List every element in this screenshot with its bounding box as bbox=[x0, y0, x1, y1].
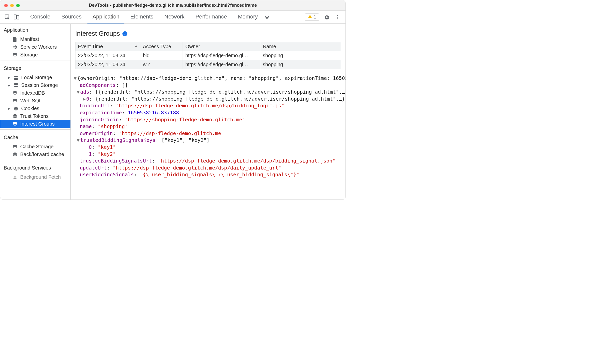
expand-arrow-icon[interactable]: ▶ bbox=[7, 83, 11, 87]
database-icon bbox=[12, 98, 18, 104]
tab-performance[interactable]: Performance bbox=[190, 11, 232, 23]
sidebar-item-cache-storage[interactable]: Cache Storage bbox=[0, 143, 70, 151]
collapse-toggle-icon[interactable]: ▼ bbox=[74, 75, 77, 82]
sidebar-section-application: Application bbox=[0, 24, 70, 35]
window-title: DevTools - publisher-fledge-demo.glitch.… bbox=[0, 3, 345, 8]
svg-rect-1 bbox=[14, 15, 16, 19]
svg-rect-11 bbox=[14, 83, 16, 85]
sidebar-item-indexeddb[interactable]: IndexedDB bbox=[0, 89, 70, 97]
val-tbsk-1: "key2" bbox=[98, 151, 116, 157]
collapse-toggle-icon[interactable]: ▼ bbox=[77, 89, 80, 96]
val-ads: [{renderUrl: "https://shopping-fledge-de… bbox=[95, 89, 345, 95]
table-row[interactable]: 22/03/2022, 11:03:24 win https://dsp-fle… bbox=[75, 60, 341, 69]
svg-point-4 bbox=[337, 17, 338, 18]
cookie-icon bbox=[13, 106, 19, 111]
collapse-toggle-icon[interactable]: ▼ bbox=[77, 137, 80, 144]
col-event-time[interactable]: Event Time▲ bbox=[75, 42, 140, 51]
val-ownerorigin: "https://dsp-fledge-demo.glitch.me" bbox=[119, 130, 224, 136]
cell-name: shopping bbox=[260, 51, 341, 60]
traffic-lights bbox=[0, 4, 20, 7]
sidebar-item-local-storage[interactable]: ▶ Local Storage bbox=[0, 74, 70, 81]
sidebar-item-interest-groups[interactable]: Interest Groups bbox=[0, 120, 70, 128]
val-userbiddingsignals: "{\"user_bidding_signals\":\"user_biddin… bbox=[140, 172, 299, 178]
inspect-element-icon[interactable] bbox=[4, 14, 11, 20]
sidebar-item-websql[interactable]: Web SQL bbox=[0, 97, 70, 105]
cell-time: 22/03/2022, 11:03:24 bbox=[75, 51, 140, 60]
sidebar-item-session-storage[interactable]: ▶ Session Storage bbox=[0, 81, 70, 89]
warnings-badge[interactable]: 1 bbox=[305, 13, 319, 21]
cell-name: shopping bbox=[260, 60, 341, 69]
svg-rect-10 bbox=[16, 78, 18, 80]
kebab-menu-icon[interactable] bbox=[334, 14, 341, 20]
gear-icon bbox=[12, 44, 18, 50]
col-name[interactable]: Name bbox=[260, 42, 341, 51]
tab-elements[interactable]: Elements bbox=[125, 11, 158, 23]
database-icon bbox=[12, 121, 18, 127]
sidebar-item-storage[interactable]: Storage bbox=[0, 51, 70, 59]
sidebar-item-bfcache[interactable]: Back/forward cache bbox=[0, 151, 70, 158]
info-icon[interactable]: i bbox=[122, 31, 127, 36]
close-window-icon[interactable] bbox=[4, 4, 8, 7]
database-icon bbox=[12, 52, 18, 58]
database-icon bbox=[12, 144, 18, 150]
sidebar-item-trust-tokens[interactable]: Trust Tokens bbox=[0, 112, 70, 120]
table-row[interactable]: 22/03/2022, 11:03:24 bid https://dsp-fle… bbox=[75, 51, 341, 60]
tab-memory[interactable]: Memory bbox=[233, 11, 263, 23]
sidebar-label: Cache Storage bbox=[20, 144, 53, 150]
expand-toggle-icon[interactable]: ▶ bbox=[83, 96, 86, 103]
tab-network[interactable]: Network bbox=[159, 11, 190, 23]
svg-rect-2 bbox=[17, 15, 19, 19]
col-owner[interactable]: Owner bbox=[183, 42, 260, 51]
sidebar-item-service-workers[interactable]: Service Workers bbox=[0, 43, 70, 51]
detail-header: {ownerOrigin: "https://dsp-fledge-demo.g… bbox=[77, 75, 345, 81]
sidebar-item-cookies[interactable]: ▶ Cookies bbox=[0, 105, 70, 112]
tab-sources[interactable]: Sources bbox=[56, 11, 87, 23]
svg-rect-9 bbox=[14, 78, 16, 80]
val-biddingurl: "https://dsp-fledge-demo.glitch.me/dsp/b… bbox=[116, 103, 284, 109]
upload-icon bbox=[12, 175, 18, 180]
minimize-window-icon[interactable] bbox=[10, 4, 14, 7]
val-updateurl: "https://dsp-fledge-demo.glitch.me/dsp/d… bbox=[113, 165, 281, 171]
col-access-type[interactable]: Access Type bbox=[140, 42, 183, 51]
sidebar-item-manifest[interactable]: Manifest bbox=[0, 35, 70, 43]
table-header-row: Event Time▲ Access Type Owner Name bbox=[75, 42, 341, 51]
object-detail-view[interactable]: ▼{ownerOrigin: "https://dsp-fledge-demo.… bbox=[71, 73, 345, 199]
application-sidebar: Application Manifest Service Workers Sto… bbox=[0, 24, 71, 199]
sidebar-label: Trust Tokens bbox=[20, 113, 48, 119]
grid-icon bbox=[13, 83, 19, 88]
cell-type: bid bbox=[140, 51, 183, 60]
tab-application[interactable]: Application bbox=[87, 11, 124, 23]
sidebar-label: Local Storage bbox=[21, 75, 52, 80]
expand-arrow-icon[interactable]: ▶ bbox=[7, 76, 11, 79]
sidebar-label: Back/forward cache bbox=[20, 152, 64, 157]
expand-arrow-icon[interactable]: ▶ bbox=[7, 107, 11, 110]
panel-header: Interest Groups i bbox=[71, 24, 345, 42]
sidebar-item-bgfetch[interactable]: Background Fetch bbox=[0, 173, 70, 181]
database-icon bbox=[12, 114, 18, 119]
grid-icon bbox=[13, 75, 19, 80]
val-adcomponents: [] bbox=[122, 82, 128, 88]
more-tabs-icon[interactable] bbox=[264, 14, 270, 20]
cell-owner: https://dsp-fledge-demo.gl… bbox=[183, 51, 260, 60]
sidebar-section-bgservices: Background Services bbox=[0, 162, 70, 173]
main-panel: Interest Groups i Event Time▲ Access Typ… bbox=[71, 24, 345, 199]
sidebar-label: Storage bbox=[20, 52, 38, 58]
sidebar-label: Interest Groups bbox=[20, 121, 55, 127]
svg-point-17 bbox=[14, 107, 18, 110]
sidebar-label: Web SQL bbox=[20, 98, 42, 104]
settings-icon[interactable] bbox=[323, 14, 330, 20]
tab-console[interactable]: Console bbox=[25, 11, 55, 23]
cell-owner: https://dsp-fledge-demo.gl… bbox=[183, 60, 260, 69]
sidebar-label: Background Fetch bbox=[20, 174, 61, 180]
fullscreen-window-icon[interactable] bbox=[16, 4, 20, 7]
svg-point-19 bbox=[16, 108, 17, 108]
warning-icon bbox=[308, 14, 312, 20]
device-toolbar-icon[interactable] bbox=[13, 14, 20, 20]
file-icon bbox=[12, 37, 18, 42]
sidebar-label: IndexedDB bbox=[20, 90, 45, 96]
svg-point-3 bbox=[337, 15, 338, 16]
interest-groups-table: Event Time▲ Access Type Owner Name 22/03… bbox=[75, 42, 341, 69]
sort-asc-icon: ▲ bbox=[134, 44, 138, 47]
devtools-window: DevTools - publisher-fledge-demo.glitch.… bbox=[0, 0, 346, 200]
svg-rect-8 bbox=[16, 76, 18, 77]
